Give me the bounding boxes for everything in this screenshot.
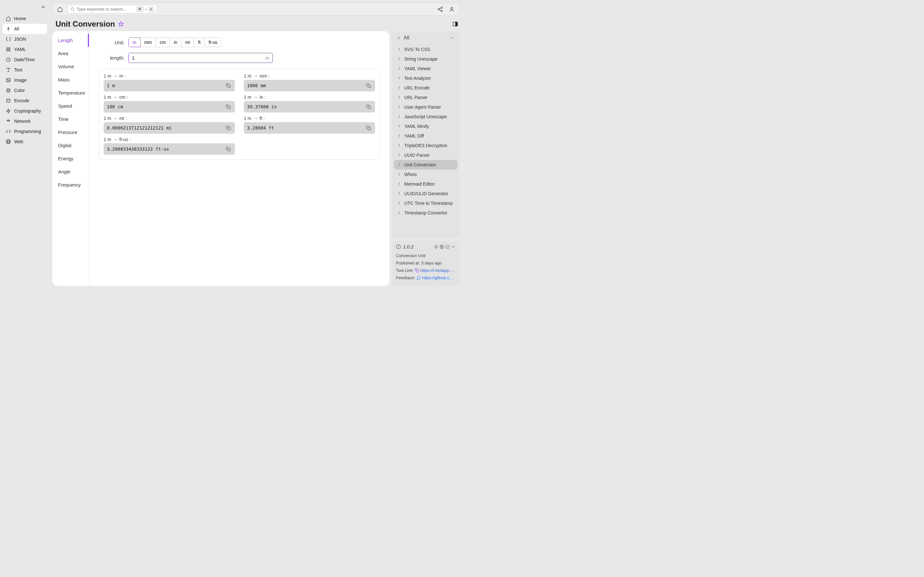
share-icon (437, 6, 443, 12)
tool-list-item[interactable]: JavaScript Unescape (394, 112, 457, 121)
tool-list-item[interactable]: SVG To CSS (394, 45, 457, 54)
category-tab-volume[interactable]: Volume (52, 60, 89, 73)
tool-list-item[interactable]: TripleDES Decryption (394, 141, 457, 150)
tool-list-item[interactable]: Timestamp Convertor (394, 208, 457, 218)
unit-option-m[interactable]: m (128, 37, 141, 47)
category-tab-area[interactable]: Area (52, 47, 89, 60)
tool-list-item[interactable]: Whois (394, 169, 457, 179)
cryptography-icon (6, 108, 11, 113)
category-tab-time[interactable]: Time (52, 113, 89, 126)
copy-button[interactable] (365, 82, 372, 89)
sidebar-item-label: All (14, 26, 19, 31)
unit-option-cm[interactable]: cm (156, 37, 170, 47)
copy-button[interactable] (365, 103, 372, 110)
tool-list-item[interactable]: UUID/ULID Generator (394, 189, 457, 198)
result-item: 1 m → in :39.37008 in (244, 93, 375, 113)
sidebar-item-label: YAML (14, 47, 26, 52)
category-tab-length[interactable]: Length (52, 34, 89, 47)
favorite-button[interactable] (118, 21, 124, 27)
pin-icon (397, 182, 402, 186)
category-tab-energy[interactable]: Energy (52, 152, 89, 165)
tool-link[interactable]: https://t.he3app.co… (420, 268, 456, 273)
right-panel-toggle[interactable] (452, 21, 458, 27)
sidebar-item-network[interactable]: Network (3, 116, 47, 126)
account-button[interactable] (447, 5, 456, 13)
chevron-down-icon[interactable] (451, 245, 456, 249)
sidebar-item-image[interactable]: Image (3, 75, 47, 85)
search-box[interactable]: ⌘ + K (67, 5, 157, 13)
tool-list-item[interactable]: Mermaid Editor (394, 179, 457, 189)
home-icon (57, 6, 63, 12)
copy-link-icon[interactable] (415, 268, 419, 272)
sidebar-item-label: Color (14, 88, 25, 93)
share-button[interactable] (436, 5, 444, 13)
copy-button[interactable] (365, 125, 372, 131)
bolt-icon[interactable] (434, 245, 438, 249)
result-item: 1 m → cm :100 cm (103, 93, 235, 113)
tool-list-item[interactable]: User Agent Parser (394, 102, 457, 112)
unit-option-in[interactable]: in (170, 37, 182, 47)
copy-button[interactable] (225, 82, 232, 89)
tool-list-item[interactable]: Text Analyzer (394, 73, 457, 83)
svg-rect-35 (368, 127, 371, 130)
tool-list-item[interactable]: UUID Parser (394, 150, 457, 160)
yaml-icon (6, 47, 11, 52)
sidebar-item-cryptography[interactable]: Cryptography (3, 106, 47, 116)
tool-list-item[interactable]: UTC Time to Timestamp (394, 198, 457, 208)
category-tab-mass[interactable]: Mass (52, 73, 89, 86)
tool-list-item[interactable]: URL Parser (394, 93, 457, 102)
sidebar-item-programming[interactable]: Programming (3, 126, 47, 137)
pin-icon (397, 95, 402, 99)
category-tab-speed[interactable]: Speed (52, 99, 89, 113)
unit-option-mi[interactable]: mi (181, 37, 194, 47)
copy-button[interactable] (225, 103, 232, 110)
tool-list-item[interactable]: YAML Minify (394, 121, 457, 131)
unit-option-mm[interactable]: mm (140, 37, 156, 47)
category-tab-digital[interactable]: Digital (52, 139, 89, 152)
sidebar-item-all[interactable]: All (3, 24, 47, 34)
length-input[interactable] (132, 55, 265, 61)
svg-line-20 (73, 10, 74, 11)
info-panel: 1.0.2 Conversion Unit Published at: (392, 241, 459, 286)
tools-panel-header[interactable]: All (392, 31, 459, 45)
sidebar-collapse-button[interactable] (39, 3, 47, 11)
chat-icon[interactable] (417, 276, 421, 280)
sidebar-item-home[interactable]: Home (3, 13, 47, 24)
tool-list-item[interactable]: Unit Conversion (394, 160, 457, 169)
globe-icon[interactable] (439, 245, 444, 249)
copy-button[interactable] (225, 125, 232, 131)
color-icon (6, 88, 11, 93)
svg-point-23 (441, 10, 443, 12)
unit-option-ft[interactable]: ft (194, 37, 205, 47)
pin-icon (397, 76, 402, 80)
result-value: 3.28084 ft (244, 122, 375, 134)
category-tab-temperature[interactable]: Temperature (52, 86, 89, 99)
category-tab-frequency[interactable]: Frequency (52, 178, 89, 191)
svg-rect-36 (228, 148, 230, 151)
length-input-wrap[interactable]: m (128, 53, 273, 63)
home-button[interactable] (56, 5, 64, 13)
sidebar-item-date-time[interactable]: Date/Time (3, 55, 47, 65)
tool-list-item[interactable]: YAML Diff (394, 131, 457, 141)
tools-list[interactable]: SVG To CSSString UnescapeYAML ViewerText… (392, 45, 459, 236)
tool-list-item[interactable]: YAML Viewer (394, 64, 457, 73)
sidebar-item-color[interactable]: Color (3, 85, 47, 95)
sidebar-item-text[interactable]: Text (3, 65, 47, 75)
sidebar-item-json[interactable]: JSON (3, 34, 47, 44)
sidebar-item-encode[interactable]: Encode (3, 95, 47, 106)
tool-list-item[interactable]: String Unescape (394, 54, 457, 64)
unit-segmented-control[interactable]: mmmcminmiftft-us (128, 37, 221, 47)
search-input[interactable] (77, 7, 134, 11)
category-tab-pressure[interactable]: Pressure (52, 126, 89, 139)
tool-list-item[interactable]: URL Encode (394, 83, 457, 93)
result-label: 1 m → cm : (103, 93, 235, 101)
network-icon (6, 119, 11, 124)
unit-option-ft-us[interactable]: ft-us (204, 37, 221, 47)
tool-list-label: UTC Time to Timestamp (404, 201, 453, 206)
sidebar-item-web[interactable]: Web (3, 137, 47, 147)
sidebar-item-yaml[interactable]: YAML (3, 44, 47, 55)
copy-button[interactable] (225, 146, 232, 152)
feedback-link[interactable]: https://github.com/… (422, 276, 456, 280)
check-circle-icon[interactable] (445, 245, 450, 249)
category-tab-angle[interactable]: Angle (52, 165, 89, 178)
